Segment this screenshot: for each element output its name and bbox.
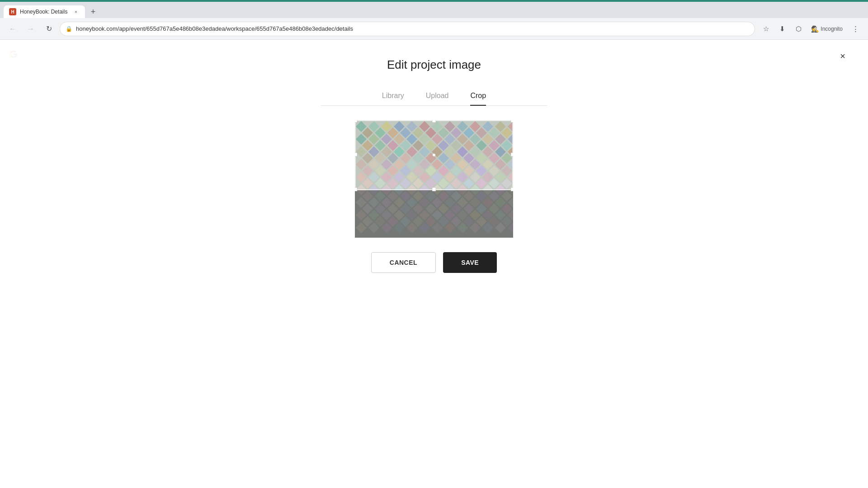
save-button[interactable]: SAVE (443, 252, 497, 273)
forward-button[interactable]: → (24, 22, 38, 36)
reload-button[interactable]: ↻ (42, 22, 56, 36)
extensions-button[interactable]: ⬡ (791, 22, 806, 36)
svg-rect-221 (432, 120, 436, 122)
lock-icon: 🔒 (66, 26, 72, 32)
back-button[interactable]: ← (5, 22, 20, 36)
svg-rect-218 (511, 120, 513, 122)
browser-frame: H HoneyBook: Details × + ← → ↻ 🔒 honeybo… (0, 0, 868, 488)
tab-upload[interactable]: Upload (426, 86, 449, 105)
svg-rect-217 (355, 120, 357, 122)
modal-title: Edit project image (387, 58, 481, 72)
svg-rect-220 (511, 188, 513, 191)
tab-library[interactable]: Library (382, 86, 404, 105)
tab-crop[interactable]: Crop (470, 86, 486, 105)
menu-button[interactable]: ⋮ (848, 22, 863, 36)
tab-navigation: Library Upload Crop (321, 86, 547, 106)
address-bar[interactable]: 🔒 honeybook.com/app/event/655d767a5e486b… (60, 22, 755, 36)
bookmark-button[interactable]: ☆ (759, 22, 773, 36)
incognito-badge[interactable]: 🕵 Incognito (807, 23, 846, 34)
action-buttons: CANCEL SAVE (371, 252, 497, 273)
crop-image (355, 120, 513, 238)
modal-overlay: × Edit project image Library Upload Crop (0, 40, 868, 488)
crop-container[interactable] (355, 120, 513, 238)
browser-toolbar: ← → ↻ 🔒 honeybook.com/app/event/655d767a… (0, 18, 868, 40)
cancel-button[interactable]: CANCEL (371, 252, 436, 273)
active-tab[interactable]: H HoneyBook: Details × (4, 5, 85, 18)
download-button[interactable]: ⬇ (775, 22, 789, 36)
tab-bar: H HoneyBook: Details × + (4, 2, 99, 18)
tab-title: HoneyBook: Details (20, 9, 69, 15)
content-area: × Edit project image Library Upload Crop (0, 40, 868, 488)
address-text: honeybook.com/app/event/655d767a5e486b08… (76, 25, 749, 32)
incognito-label: Incognito (821, 26, 843, 32)
modal-close-button[interactable]: × (835, 49, 850, 63)
svg-rect-222 (432, 188, 436, 191)
new-tab-button[interactable]: + (87, 5, 99, 18)
browser-titlebar: H HoneyBook: Details × + (0, 2, 868, 18)
tab-favicon: H (9, 8, 16, 15)
svg-rect-224 (511, 153, 513, 156)
toolbar-actions: ☆ ⬇ ⬡ 🕵 Incognito ⋮ (759, 22, 863, 36)
svg-rect-223 (355, 153, 357, 156)
incognito-icon: 🕵 (811, 25, 819, 33)
svg-point-225 (433, 154, 435, 156)
tab-close-button[interactable]: × (72, 8, 80, 15)
svg-rect-215 (355, 190, 513, 238)
svg-rect-219 (355, 188, 357, 191)
